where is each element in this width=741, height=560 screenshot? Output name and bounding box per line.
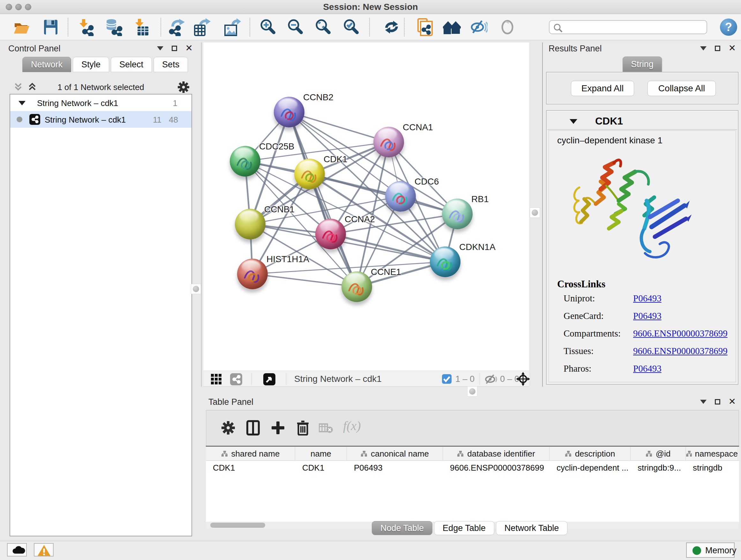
section-header[interactable]: CDK1	[547, 111, 737, 130]
share-document-icon[interactable]	[416, 18, 434, 36]
tab-network-table[interactable]: Network Table	[496, 521, 568, 535]
delete-table-icon[interactable]	[319, 423, 333, 435]
tab-node-table[interactable]: Node Table	[372, 521, 432, 535]
hide-selected-icon[interactable]	[470, 18, 488, 36]
table-cell[interactable]: stringdb:9...	[630, 461, 686, 475]
network-share-view-icon[interactable]	[230, 373, 243, 387]
network-collection-row[interactable]: String Network – cdk1 1	[10, 95, 192, 111]
network-node-HIST1H1A[interactable]	[237, 259, 268, 289]
birdseye-view-icon[interactable]	[263, 373, 276, 387]
help-icon[interactable]: ?	[720, 18, 737, 36]
function-builder-icon[interactable]: f(x)	[343, 418, 361, 433]
column-header-namespace[interactable]: namespace	[686, 447, 738, 461]
zoom-fit-content-icon[interactable]	[314, 18, 332, 36]
add-column-icon[interactable]	[270, 420, 286, 437]
tab-string[interactable]: String	[622, 57, 662, 72]
import-network-from-file-icon[interactable]	[77, 18, 94, 36]
column-header-description[interactable]: description	[549, 447, 630, 461]
panel-menu-icon[interactable]	[157, 46, 163, 51]
zoom-out-icon[interactable]	[286, 18, 304, 36]
table-cell[interactable]: 9606.ENSP00000378699	[443, 461, 549, 475]
table-cell[interactable]: P06493	[347, 461, 443, 475]
save-session-icon[interactable]	[42, 18, 60, 36]
status-bar: Memory	[0, 541, 741, 560]
delete-column-icon[interactable]	[295, 420, 311, 437]
panel-menu-icon[interactable]	[700, 46, 706, 51]
expand-all-button[interactable]: Expand All	[571, 81, 634, 96]
network-node-RB1[interactable]	[442, 199, 473, 229]
hidden-eye-slash-icon[interactable]	[484, 374, 497, 386]
right-splitter-handle[interactable]	[530, 207, 540, 218]
network-view-toolbar: String Network – cdk1 1 – 0 0 – 0	[203, 371, 529, 387]
column-header-@id[interactable]: @id	[630, 447, 686, 461]
export-image-icon[interactable]	[223, 18, 241, 36]
crosslink-value-link[interactable]: P06493	[633, 293, 662, 303]
column-type-icon	[565, 450, 572, 457]
network-node-CCNB1[interactable]	[235, 209, 266, 240]
close-panel-icon[interactable]: ✕	[729, 398, 736, 405]
column-header-shared-name[interactable]: shared name	[206, 447, 295, 461]
left-splitter-handle[interactable]	[191, 284, 201, 294]
grid-view-icon[interactable]	[210, 373, 223, 387]
search-input[interactable]	[565, 21, 704, 33]
network-canvas[interactable]: CCNB2CCNA1CDC25BCDK1CDC6RB1CCNB1CCNA2CDK…	[203, 43, 529, 371]
cloud-button[interactable]	[7, 543, 27, 557]
network-node-CDC6[interactable]	[385, 181, 416, 212]
column-header-database-identifier[interactable]: database identifier	[443, 447, 549, 461]
network-node-CDC25B[interactable]	[230, 146, 260, 177]
column-header-canonical-name[interactable]: canonical name	[347, 447, 443, 461]
string-home-icon[interactable]	[443, 18, 461, 36]
network-node-CCNA1[interactable]	[374, 127, 404, 158]
network-node-count: 11	[153, 115, 161, 125]
panel-menu-icon[interactable]	[700, 400, 706, 404]
tab-style[interactable]: Style	[73, 57, 109, 72]
bottom-splitter-handle[interactable]	[467, 386, 477, 396]
table-cell[interactable]: CDK1	[206, 461, 295, 475]
crosslink-value-link[interactable]: P06493	[633, 363, 662, 374]
network-edge[interactable]	[253, 274, 357, 287]
network-node-CCNE1[interactable]	[341, 271, 372, 302]
import-table-from-file-icon[interactable]	[132, 18, 150, 36]
network-edge[interactable]	[331, 234, 445, 262]
zoom-in-icon[interactable]	[259, 18, 277, 36]
column-header-name[interactable]: name	[295, 447, 347, 461]
table-options-gear-icon[interactable]	[220, 420, 236, 437]
crosslink-value-link[interactable]: 9606.ENSP00000378699	[633, 346, 728, 356]
network-node-CDK1[interactable]	[294, 159, 325, 189]
zoom-selected-icon[interactable]	[342, 18, 360, 36]
memory-button[interactable]: Memory	[686, 543, 735, 558]
tab-sets[interactable]: Sets	[153, 57, 188, 72]
tab-select[interactable]: Select	[111, 57, 152, 72]
crosslink-value-link[interactable]: P06493	[633, 311, 662, 321]
import-network-from-database-icon[interactable]	[105, 18, 123, 36]
hscrollbar-thumb[interactable]	[210, 523, 265, 528]
close-panel-icon[interactable]: ✕	[729, 45, 736, 51]
crosslink-value-link[interactable]: 9606.ENSP00000378699	[633, 328, 728, 338]
refresh-view-icon[interactable]	[383, 18, 401, 36]
network-node-CCNA2[interactable]	[315, 219, 346, 249]
show-columns-icon[interactable]	[246, 420, 261, 437]
close-panel-icon[interactable]: ✕	[185, 45, 193, 51]
warning-button[interactable]	[34, 543, 54, 557]
float-panel-icon[interactable]	[715, 46, 720, 51]
selected-checkbox-icon[interactable]	[442, 374, 452, 384]
network-node-CDKN1A[interactable]	[430, 246, 461, 277]
tab-edge-table[interactable]: Edge Table	[434, 521, 494, 535]
network-options-gear-icon[interactable]	[177, 80, 190, 95]
float-panel-icon[interactable]	[715, 399, 720, 405]
network-node-CCNB2[interactable]	[274, 97, 305, 127]
show-preview-icon[interactable]	[498, 18, 516, 36]
table-cell[interactable]: cyclin-dependent ...	[549, 461, 630, 475]
pan-crosshair-icon[interactable]	[516, 372, 530, 387]
collection-expand-icon[interactable]	[18, 101, 25, 105]
table-cell[interactable]: stringdb	[686, 461, 738, 475]
table-cell[interactable]: CDK1	[295, 461, 347, 475]
tab-network[interactable]: Network	[22, 57, 71, 72]
float-panel-icon[interactable]	[172, 46, 177, 51]
network-row[interactable]: String Network – cdk1 11 48	[10, 111, 192, 128]
collapse-all-button[interactable]: Collapse All	[648, 81, 716, 96]
export-network-icon[interactable]	[167, 18, 185, 36]
section-collapse-icon[interactable]	[569, 119, 577, 124]
open-session-icon[interactable]	[13, 18, 30, 36]
export-table-icon[interactable]	[193, 18, 211, 36]
